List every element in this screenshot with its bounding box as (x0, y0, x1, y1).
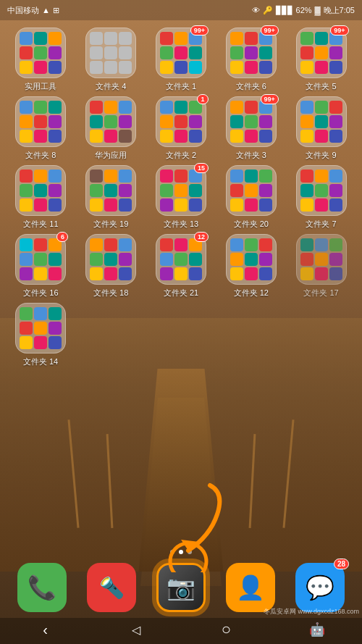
app-row-4: 6 文件夹 16 文件夹 18 12 文件夹 21 (6, 234, 356, 298)
dot-2-active (179, 550, 183, 554)
app-row-2: 文件夹 8 华为应用 1 文件夹 2 99+ (6, 96, 356, 161)
folder-6[interactable]: 99+ 文件夹 6 (219, 28, 283, 92)
message-icon: 💬 (306, 574, 334, 601)
folder-3[interactable]: 99+ 文件夹 3 (219, 96, 283, 161)
camera-icon: 📷 (167, 574, 195, 601)
folder-12[interactable]: 文件夹 12 (219, 234, 283, 298)
page-dots (170, 550, 192, 554)
status-bar: 中国移动 ▲ ⊞ 👁 🔑 ▊▊▊ 62% ▓ 晚上7:05 (0, 0, 362, 20)
badge: 12 (194, 232, 209, 242)
folder-9[interactable]: 文件夹 9 (290, 96, 353, 161)
folder-label: 文件夹 6 (236, 81, 266, 92)
folder-icon: 99+ (226, 28, 277, 78)
badge: 99+ (190, 25, 209, 35)
badge: 15 (194, 163, 209, 173)
app-grid: 实用工具 文件夹 4 99+ 文件夹 1 99+ (0, 20, 362, 572)
folder-17[interactable]: 文件夹 17 (290, 234, 353, 298)
folder-icon (15, 165, 66, 216)
folder-label: 文件夹 11 (23, 219, 58, 230)
battery-icon: ▓ (315, 6, 321, 14)
time: 晚上7:05 (324, 5, 355, 16)
phone-icon: 📞 (28, 574, 56, 601)
folder-21[interactable]: 12 文件夹 21 (149, 234, 213, 298)
folder-1[interactable]: 99+ 文件夹 1 (149, 28, 213, 92)
watermark: 冬瓜安卓网 www.dgxcdz168.com (264, 607, 359, 616)
folder-label: 文件夹 8 (25, 150, 56, 161)
folder-5[interactable]: 99+ 文件夹 5 (290, 28, 353, 92)
signal-bars: ▊▊▊ (276, 6, 293, 15)
contacts-icon: 👤 (236, 574, 265, 601)
phone-button[interactable]: 📞 (17, 563, 67, 612)
folder-label: 文件夹 13 (164, 219, 198, 230)
folder-label: 华为应用 (95, 150, 127, 161)
contacts-button[interactable]: 👤 (226, 563, 275, 612)
android-button[interactable]: 🤖 (303, 619, 332, 640)
message-badge: 28 (334, 559, 349, 569)
dot-1 (170, 550, 174, 554)
carrier-info: 中国移动 ▲ ⊞ (7, 5, 59, 16)
folder-label: 文件夹 19 (93, 219, 128, 230)
folder-label: 文件夹 1 (166, 81, 196, 92)
folder-icon (296, 165, 347, 216)
folder-label: 文件夹 21 (164, 288, 198, 298)
folder-utility[interactable]: 实用工具 (9, 28, 72, 92)
folder-icon (85, 28, 136, 78)
folder-4[interactable]: 文件夹 4 (79, 28, 143, 92)
folder-label: 文件夹 17 (303, 288, 338, 298)
message-button[interactable]: 💬 28 (295, 563, 345, 612)
folder-label: 文件夹 4 (96, 81, 126, 92)
folder-label: 文件夹 18 (93, 288, 128, 298)
back-button[interactable]: ‹ (31, 619, 60, 640)
folder-label: 文件夹 5 (306, 81, 336, 92)
folder-13[interactable]: 15 文件夹 13 (149, 165, 213, 230)
recents-button[interactable]: ◁ (122, 619, 151, 640)
app-row-1: 实用工具 文件夹 4 99+ 文件夹 1 99+ (6, 28, 356, 92)
folder-19[interactable]: 文件夹 19 (79, 165, 143, 230)
status-right: 👁 🔑 ▊▊▊ 62% ▓ 晚上7:05 (252, 5, 355, 16)
badge: 99+ (261, 94, 279, 104)
badge: 6 (56, 232, 68, 242)
folder-label: 文件夹 7 (306, 219, 336, 230)
folder-icon: 99+ (226, 96, 277, 147)
home-button[interactable]: ○ (212, 619, 241, 640)
folder-11[interactable]: 文件夹 11 (9, 165, 72, 230)
wifi-icon: ▲ (42, 6, 50, 14)
app-row-3: 文件夹 11 文件夹 19 15 文件夹 13 (6, 165, 356, 230)
folder-icon (226, 234, 277, 285)
key-icon: 🔑 (263, 6, 273, 15)
folder-label: 实用工具 (25, 81, 56, 92)
app-row-5: 文件夹 14 (6, 303, 356, 367)
folder-label: 文件夹 9 (306, 150, 336, 161)
nav-bar: ‹ ◁ ○ 🤖 (0, 618, 362, 644)
badge: 99+ (261, 25, 279, 35)
folder-2[interactable]: 1 文件夹 2 (149, 96, 213, 161)
folder-icon: 99+ (156, 28, 206, 78)
carrier-name: 中国移动 (7, 5, 39, 16)
folder-14[interactable]: 文件夹 14 (9, 303, 72, 367)
folder-label: 文件夹 3 (236, 150, 266, 161)
folder-icon: 1 (156, 96, 206, 147)
folder-20[interactable]: 文件夹 20 (219, 165, 283, 230)
folder-16[interactable]: 6 文件夹 16 (9, 234, 72, 298)
eye-icon: 👁 (252, 6, 260, 14)
battery-level: 62% (296, 6, 312, 14)
folder-label: 文件夹 14 (23, 356, 58, 367)
flashlight-button[interactable]: 🔦 (87, 563, 136, 612)
folder-18[interactable]: 文件夹 18 (79, 234, 143, 298)
recents-icon: ◁ (132, 623, 140, 637)
camera-button[interactable]: 📷 (156, 563, 206, 612)
folder-label: 文件夹 20 (234, 219, 269, 230)
folder-icon: 99+ (296, 28, 347, 78)
badge: 1 (197, 94, 209, 104)
folder-8[interactable]: 文件夹 8 (9, 96, 72, 161)
folder-icon: 15 (156, 165, 206, 216)
folder-huawei[interactable]: 华为应用 (79, 96, 143, 161)
folder-icon (296, 96, 347, 147)
folder-icon: 6 (15, 234, 66, 285)
android-icon: 🤖 (309, 622, 325, 637)
folder-icon (85, 234, 136, 285)
folder-icon (85, 96, 136, 147)
folder-icon: 12 (156, 234, 206, 285)
home-icon: ○ (222, 620, 231, 639)
folder-7[interactable]: 文件夹 7 (290, 165, 353, 230)
